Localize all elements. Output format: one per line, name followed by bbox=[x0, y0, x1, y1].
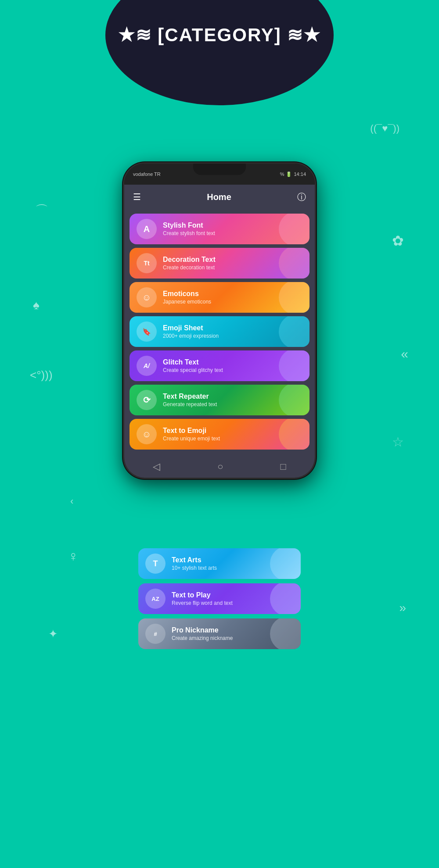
info-icon[interactable]: ⓘ bbox=[297, 191, 306, 203]
face-decoration: <°))) bbox=[30, 368, 53, 382]
spade-decoration: ♠ bbox=[33, 298, 40, 312]
app-title: Home bbox=[207, 192, 231, 202]
pro-nickname-text: Pro Nickname Create amazing nickname bbox=[172, 626, 233, 641]
nav-back-button[interactable]: ◁ bbox=[153, 461, 160, 472]
menu-icon[interactable]: ☰ bbox=[133, 192, 141, 202]
squiggle-decoration: ⌒ bbox=[35, 202, 48, 220]
emoji-sheet-title: Emoji Sheet bbox=[163, 324, 219, 332]
pro-nickname-title: Pro Nickname bbox=[172, 626, 233, 634]
text-repeater-subtitle: Generate repeated text bbox=[163, 401, 217, 407]
pro-nickname-subtitle: Create amazing nickname bbox=[172, 635, 233, 641]
text-to-emoji-title: Text to Emoji bbox=[163, 427, 220, 435]
menu-list: A Stylish Font Create stylish font text … bbox=[124, 209, 315, 456]
stylish-font-title: Stylish Font bbox=[163, 221, 215, 229]
menu-item-text-to-play[interactable]: AZ Text to Play Reverse flip word and te… bbox=[138, 583, 301, 614]
decoration-text-title: Decoration Text bbox=[163, 256, 216, 264]
page-title: ★≋ [CATEGORY] ≋★ bbox=[118, 24, 321, 46]
glitch-text-text: Glitch Text Create special glitchy text bbox=[163, 358, 223, 373]
glitch-text-title: Glitch Text bbox=[163, 358, 223, 366]
emoji-sheet-icon: 🔖 bbox=[137, 321, 157, 342]
text-repeater-text: Text Repeater Generate repeated text bbox=[163, 393, 217, 407]
emoticons-title: Emoticons bbox=[163, 290, 211, 298]
bottom-navigation: ◁ ○ □ bbox=[124, 456, 315, 478]
emoticons-icon: ☺ bbox=[137, 287, 157, 307]
app-header: ☰ Home ⓘ bbox=[124, 185, 315, 209]
text-to-emoji-icon: ☺ bbox=[137, 424, 157, 444]
text-arts-icon: T bbox=[145, 554, 166, 574]
phone-mockup: vodafone TR % 🔋 14:14 ☰ Home ⓘ A Stylish… bbox=[123, 162, 316, 479]
emoticons-subtitle: Japanese emoticons bbox=[163, 299, 211, 305]
text-repeater-title: Text Repeater bbox=[163, 393, 217, 400]
text-arts-title: Text Arts bbox=[172, 556, 217, 564]
chevron-decoration: « bbox=[401, 346, 408, 361]
text-to-play-title: Text to Play bbox=[172, 591, 233, 599]
phone-frame: vodafone TR % 🔋 14:14 ☰ Home ⓘ A Stylish… bbox=[123, 162, 316, 479]
text-to-emoji-text: Text to Emoji Create unique emoji text bbox=[163, 427, 220, 442]
menu-item-decoration-text[interactable]: Tt Decoration Text Create decoration tex… bbox=[130, 248, 309, 279]
double-arrow-decoration: » bbox=[399, 601, 406, 615]
outside-cards-container: T Text Arts 10+ stylish text arts AZ Tex… bbox=[138, 548, 301, 649]
female-decoration: ♀ bbox=[68, 548, 79, 564]
nav-home-button[interactable]: ○ bbox=[217, 461, 223, 472]
text-to-play-subtitle: Reverse flip word and text bbox=[172, 600, 233, 606]
time-text: % 🔋 14:14 bbox=[280, 171, 306, 177]
text-repeater-icon: ⟳ bbox=[137, 390, 157, 410]
heart-decoration: ((¯♥¯)) bbox=[370, 123, 399, 134]
status-bar: vodafone TR % 🔋 14:14 bbox=[124, 164, 315, 185]
carrier-text: vodafone TR bbox=[133, 171, 161, 177]
background-circle bbox=[105, 0, 334, 105]
stylish-font-icon: A bbox=[137, 219, 157, 239]
phone-notch bbox=[193, 164, 246, 175]
stylish-font-text: Stylish Font Create stylish font text bbox=[163, 221, 215, 236]
menu-item-pro-nickname[interactable]: # Pro Nickname Create amazing nickname bbox=[138, 618, 301, 649]
pro-nickname-icon: # bbox=[145, 624, 166, 644]
text-to-play-text: Text to Play Reverse flip word and text bbox=[172, 591, 233, 606]
text-to-emoji-subtitle: Create unique emoji text bbox=[163, 436, 220, 442]
emoji-sheet-text: Emoji Sheet 2000+ emoji expression bbox=[163, 324, 219, 339]
menu-item-emoticons[interactable]: ☺ Emoticons Japanese emoticons bbox=[130, 282, 309, 313]
decoration-text-icon: Tt bbox=[137, 253, 157, 273]
arrow-decoration: ‹ bbox=[70, 496, 73, 507]
emoticons-text: Emoticons Japanese emoticons bbox=[163, 290, 211, 305]
nav-recent-button[interactable]: □ bbox=[281, 461, 286, 472]
glitch-text-icon: A/ bbox=[137, 356, 157, 376]
stylish-font-subtitle: Create stylish font text bbox=[163, 230, 215, 236]
star-decoration: ☆ bbox=[392, 434, 404, 450]
text-arts-subtitle: 10+ stylish text arts bbox=[172, 565, 217, 571]
text-arts-text: Text Arts 10+ stylish text arts bbox=[172, 556, 217, 571]
menu-item-text-arts[interactable]: T Text Arts 10+ stylish text arts bbox=[138, 548, 301, 579]
diamond-decoration: ✦ bbox=[48, 627, 58, 641]
menu-item-glitch-text[interactable]: A/ Glitch Text Create special glitchy te… bbox=[130, 350, 309, 381]
menu-item-emoji-sheet[interactable]: 🔖 Emoji Sheet 2000+ emoji expression bbox=[130, 316, 309, 347]
menu-item-stylish-font[interactable]: A Stylish Font Create stylish font text bbox=[130, 214, 309, 244]
flower-decoration: ✿ bbox=[392, 232, 404, 249]
glitch-text-subtitle: Create special glitchy text bbox=[163, 367, 223, 373]
decoration-text-text: Decoration Text Create decoration text bbox=[163, 256, 216, 271]
emoji-sheet-subtitle: 2000+ emoji expression bbox=[163, 333, 219, 339]
menu-item-text-repeater[interactable]: ⟳ Text Repeater Generate repeated text bbox=[130, 385, 309, 415]
decoration-text-subtitle: Create decoration text bbox=[163, 264, 216, 271]
menu-item-text-to-emoji[interactable]: ☺ Text to Emoji Create unique emoji text bbox=[130, 419, 309, 450]
text-to-play-icon: AZ bbox=[145, 589, 166, 609]
